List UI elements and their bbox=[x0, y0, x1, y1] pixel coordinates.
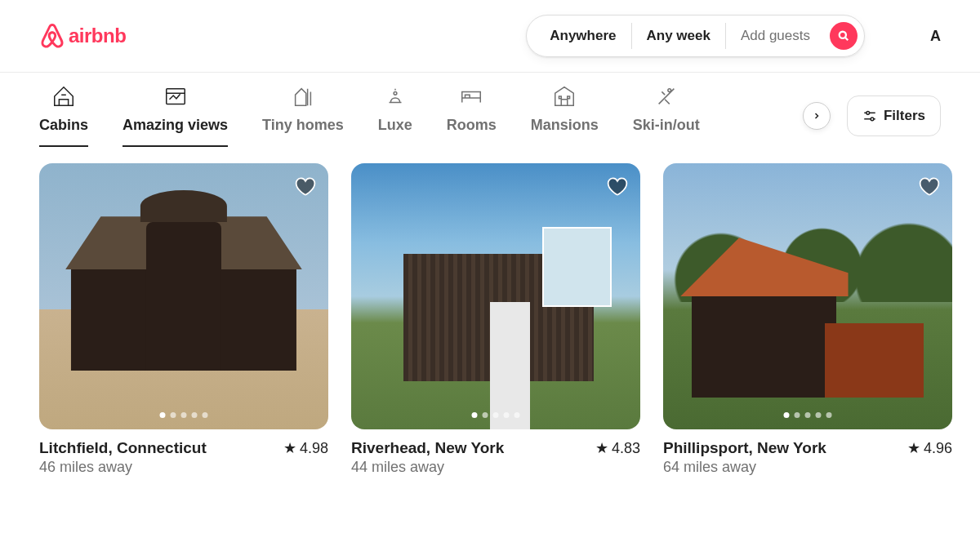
categories-next-button[interactable] bbox=[803, 102, 831, 130]
svg-point-6 bbox=[871, 117, 874, 120]
category-mansions[interactable]: Mansions bbox=[531, 84, 599, 147]
chevron-right-icon bbox=[812, 111, 822, 121]
wishlist-button[interactable] bbox=[294, 175, 317, 198]
listing-location: Riverhead, New York bbox=[351, 439, 504, 457]
listing-card[interactable]: Phillipsport, New York ★ 4.96 64 miles a… bbox=[663, 163, 952, 476]
heart-icon bbox=[294, 175, 317, 198]
bed-icon bbox=[459, 84, 483, 109]
category-rooms[interactable]: Rooms bbox=[447, 84, 497, 147]
listing-distance: 46 miles away bbox=[39, 459, 328, 476]
category-amazing-views[interactable]: Amazing views bbox=[122, 84, 228, 147]
category-label: Cabins bbox=[39, 117, 88, 134]
search-button[interactable] bbox=[830, 22, 858, 50]
listing-location: Litchfield, Connecticut bbox=[39, 439, 207, 457]
header: airbnb Anywhere Any week Add guests A bbox=[0, 0, 980, 73]
svg-point-0 bbox=[840, 32, 846, 38]
cabin-icon bbox=[51, 84, 76, 109]
window-icon bbox=[163, 84, 188, 109]
carousel-dots bbox=[160, 412, 208, 418]
category-luxe[interactable]: Luxe bbox=[378, 84, 412, 147]
category-label: Amazing views bbox=[122, 117, 228, 134]
listing-image[interactable] bbox=[39, 163, 328, 429]
carousel-dots bbox=[472, 412, 520, 418]
listing-card[interactable]: Litchfield, Connecticut ★ 4.98 46 miles … bbox=[39, 163, 328, 476]
logo-text: airbnb bbox=[69, 24, 126, 47]
listing-distance: 44 miles away bbox=[351, 459, 640, 476]
category-label: Ski-in/out bbox=[633, 117, 700, 134]
search-guests[interactable]: Add guests bbox=[726, 23, 825, 49]
listing-rating: ★ 4.96 bbox=[907, 439, 952, 457]
ski-icon bbox=[654, 84, 679, 109]
category-label: Luxe bbox=[378, 117, 412, 134]
mansion-icon bbox=[552, 84, 577, 109]
wishlist-button[interactable] bbox=[918, 175, 941, 198]
category-tiny-homes[interactable]: Tiny homes bbox=[262, 84, 344, 147]
listing-card[interactable]: Riverhead, New York ★ 4.83 44 miles away bbox=[351, 163, 640, 476]
listing-distance: 64 miles away bbox=[663, 459, 952, 476]
search-when[interactable]: Any week bbox=[632, 23, 726, 49]
search-bar[interactable]: Anywhere Any week Add guests bbox=[526, 15, 865, 57]
filters-button[interactable]: Filters bbox=[847, 96, 941, 136]
category-cabins[interactable]: Cabins bbox=[39, 84, 88, 147]
listing-image[interactable] bbox=[351, 163, 640, 429]
listings-grid: Litchfield, Connecticut ★ 4.98 46 miles … bbox=[0, 147, 980, 492]
category-label: Tiny homes bbox=[262, 117, 344, 134]
filters-label: Filters bbox=[884, 108, 925, 124]
wishlist-button[interactable] bbox=[606, 175, 629, 198]
category-label: Rooms bbox=[447, 117, 497, 134]
search-where[interactable]: Anywhere bbox=[535, 23, 631, 49]
search-icon bbox=[838, 30, 849, 42]
category-row: Cabins Amazing views Tiny homes Luxe Roo… bbox=[0, 73, 980, 147]
category-scroll: Cabins Amazing views Tiny homes Luxe Roo… bbox=[39, 84, 803, 147]
category-label: Mansions bbox=[531, 117, 599, 134]
luxe-icon bbox=[383, 84, 408, 109]
svg-point-5 bbox=[866, 111, 870, 114]
tiny-home-icon bbox=[291, 84, 315, 109]
nav-right-partial[interactable]: A bbox=[930, 28, 941, 45]
category-ski[interactable]: Ski-in/out bbox=[633, 84, 700, 147]
svg-rect-2 bbox=[166, 89, 185, 104]
listing-image[interactable] bbox=[663, 163, 952, 429]
heart-icon bbox=[606, 175, 629, 198]
listing-location: Phillipsport, New York bbox=[663, 439, 826, 457]
carousel-dots bbox=[784, 412, 832, 418]
listing-rating: ★ 4.83 bbox=[595, 439, 640, 457]
listing-rating: ★ 4.98 bbox=[283, 439, 328, 457]
airbnb-logo-icon bbox=[39, 22, 65, 50]
logo[interactable]: airbnb bbox=[39, 22, 126, 50]
svg-line-1 bbox=[845, 38, 849, 41]
filters-icon bbox=[862, 109, 877, 123]
heart-icon bbox=[918, 175, 941, 198]
